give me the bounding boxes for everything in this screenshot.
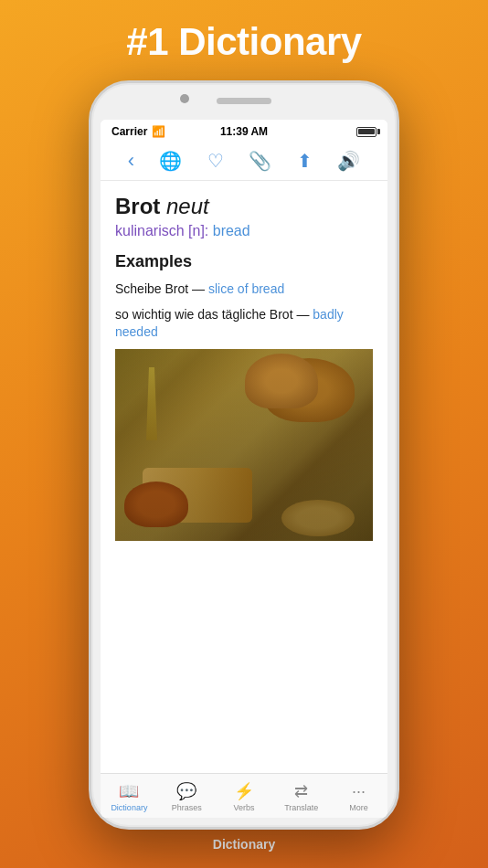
more-tab-label: More [349, 803, 368, 812]
tab-bar: 📖 Dictionary 💬 Phrases ⚡ Verbs ⇄ Transla… [101, 773, 387, 818]
globe-icon[interactable]: 🌐 [159, 150, 182, 172]
word-title: Brot neut [115, 194, 373, 219]
phone-frame: Carrier 📶 11:39 AM ‹ 🌐 ♡ 📎 ⬆ 🔊 Brot [89, 80, 399, 830]
translate-tab-label: Translate [284, 803, 318, 812]
word-term: Brot [115, 194, 160, 218]
example-1: Scheibe Brot — slice of bread [115, 281, 373, 299]
word-bracket-text: [n]: [188, 223, 208, 238]
more-tab-icon: ··· [352, 782, 366, 801]
status-right [356, 127, 377, 137]
word-subtitle: kulinarisch [n]: bread [115, 223, 373, 239]
word-translation-text: bread [213, 223, 250, 238]
heart-icon[interactable]: ♡ [207, 150, 224, 172]
battery-icon [356, 127, 377, 137]
paperclip-icon[interactable]: 📎 [249, 150, 271, 172]
tab-verbs[interactable]: ⚡ Verbs [221, 781, 267, 812]
phone-speaker [217, 98, 271, 104]
verbs-tab-label: Verbs [233, 803, 254, 812]
examples-title: Examples [115, 252, 373, 271]
example-1-english: slice of bread [208, 281, 284, 296]
example-2: so wichtig wie das tägliche Brot — badly… [115, 306, 373, 342]
example-2-dash: — [296, 307, 313, 322]
speaker-icon[interactable]: 🔊 [337, 150, 360, 172]
carrier-label: Carrier [111, 125, 147, 138]
status-bar: Carrier 📶 11:39 AM [101, 120, 387, 142]
wifi-icon: 📶 [152, 125, 165, 138]
verbs-tab-icon: ⚡ [234, 781, 254, 801]
status-time: 11:39 AM [220, 125, 268, 138]
tab-translate[interactable]: ⇄ Translate [279, 781, 324, 812]
tab-dictionary[interactable]: 📖 Dictionary [106, 781, 152, 812]
status-left: Carrier 📶 [111, 125, 165, 138]
dictionary-tab-label: Dictionary [111, 803, 147, 812]
phone-screen: Carrier 📶 11:39 AM ‹ 🌐 ♡ 📎 ⬆ 🔊 Brot [101, 120, 387, 818]
tab-phrases[interactable]: 💬 Phrases [164, 781, 209, 812]
example-2-german: so wichtig wie das tägliche Brot [115, 307, 293, 322]
example-1-german: Scheibe Brot [115, 281, 188, 296]
translate-tab-icon: ⇄ [294, 781, 308, 801]
example-1-dash: — [192, 281, 208, 296]
page-headline: #1 Dictionary [126, 20, 361, 64]
app-label: Dictionary [213, 837, 275, 852]
phrases-tab-label: Phrases [172, 803, 202, 812]
share-icon[interactable]: ⬆ [297, 150, 313, 172]
word-lang: kulinarisch [115, 223, 185, 238]
dictionary-tab-icon: 📖 [119, 781, 139, 801]
bread-image [115, 349, 373, 541]
phrases-tab-icon: 💬 [176, 781, 196, 801]
content-area: Brot neut kulinarisch [n]: bread Example… [101, 181, 387, 773]
battery-fill [358, 129, 375, 134]
back-button[interactable]: ‹ [128, 149, 134, 173]
phone-camera [180, 94, 189, 103]
toolbar: ‹ 🌐 ♡ 📎 ⬆ 🔊 [101, 142, 387, 181]
image-overlay [115, 349, 373, 541]
tab-more[interactable]: ··· More [336, 782, 382, 812]
word-gender-label: neut [166, 194, 209, 218]
